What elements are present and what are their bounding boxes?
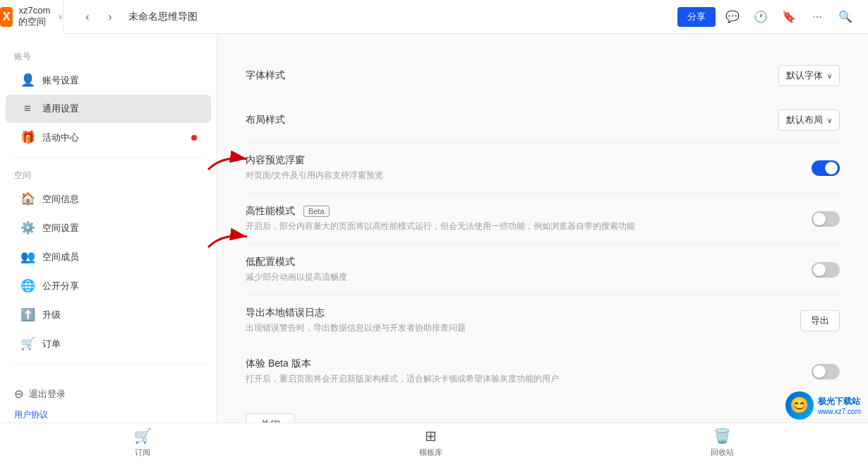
settings-nav-public-share[interactable]: 🌐 公开分享 (6, 271, 211, 300)
toggle-knob-high-perf (813, 213, 826, 225)
space-settings-label: 空间设置 (42, 222, 79, 235)
comment-button[interactable]: 💬 (721, 6, 744, 28)
account-section-title: 账号 (0, 45, 217, 66)
logout-button[interactable]: ⊖ 退出登录 (14, 381, 203, 406)
activity-dot (191, 135, 197, 141)
watermark-site-name: 极光下载站 (818, 396, 861, 408)
layout-style-value: 默认布局 (786, 114, 823, 126)
app-logo: X (0, 7, 13, 27)
back-button[interactable]: ‹ (78, 7, 97, 27)
page-title: 未命名思维导图 (128, 11, 198, 23)
bottom-bar: 🛒 订阅 ⊞ 模板库 🗑️ 回收站 (0, 422, 868, 462)
export-button[interactable]: 导出 (800, 310, 840, 331)
high-perf-toggle[interactable] (812, 211, 840, 227)
high-perf-label: 高性能模式 Beta (246, 205, 812, 218)
beta-version-toggle[interactable] (812, 364, 840, 379)
orders-bottom-icon: 🛒 (134, 427, 152, 444)
more-button[interactable]: ··· (806, 6, 828, 28)
font-style-label: 字体样式 (246, 69, 778, 82)
bookmark-button[interactable]: 🔖 (778, 6, 800, 28)
beta-version-desc: 打开后，重启页面将会开启新版架构模式，适合解决卡顿或希望体验灰度功能的用户 (246, 373, 655, 385)
settings-content: 字体样式 默认字体 ∨ 布局样式 默认布局 ∨ 内容预览浮窗 对页面/文件及引用… (217, 34, 868, 422)
general-label: 通用设置 (42, 102, 79, 115)
settings-modal: 账号 👤 账号设置 ≡ 通用设置 🎁 活动中心 空间 🏠 空间信息 ⚙️ 空间设… (0, 34, 868, 422)
orders-bottom-label: 订阅 (135, 447, 150, 458)
users-icon: 👥 (20, 249, 35, 264)
settings-nav-orders[interactable]: 🛒 订单 (6, 329, 211, 358)
settings-nav-general[interactable]: ≡ 通用设置 (6, 95, 211, 123)
gift-icon: 🎁 (20, 130, 35, 145)
workspace-name[interactable]: xz7com的空间 ∨ (18, 5, 63, 28)
bottom-templates[interactable]: ⊞ 模板库 (411, 425, 451, 461)
top-bar-right: 分享 💬 🕐 🔖 ··· 🔍 (677, 6, 868, 28)
trash-label: 回收站 (711, 447, 734, 458)
share-button[interactable]: 分享 (677, 7, 716, 27)
orders-label: 订单 (42, 338, 61, 350)
beta-version-left: 体验 Beta 版本 打开后，重启页面将会开启新版架构模式，适合解决卡顿或希望体… (246, 357, 812, 385)
templates-icon: ⊞ (425, 427, 437, 444)
account-icon: 👤 (20, 73, 35, 88)
trash-icon: 🗑️ (713, 427, 731, 444)
preview-window-toggle[interactable] (812, 160, 840, 176)
preview-window-label: 内容预览浮窗 (246, 154, 812, 167)
watermark-text-block: 极光下载站 www.xz7.com (818, 396, 861, 415)
toggle-knob-low-config (813, 263, 826, 276)
low-config-toggle[interactable] (812, 262, 840, 278)
user-agreement-link[interactable]: 用户协议 (14, 406, 203, 422)
export-log-label: 导出本地错误日志 (246, 307, 800, 319)
toggle-knob-beta (813, 365, 826, 378)
activity-label: 活动中心 (42, 131, 79, 144)
bottom-orders[interactable]: 🛒 订阅 (126, 425, 160, 461)
upgrade-label: 升级 (42, 309, 61, 321)
globe-icon: 🌐 (20, 278, 35, 293)
templates-label: 模板库 (419, 447, 442, 458)
settings-nav-upgrade[interactable]: ⬆️ 升级 (6, 300, 211, 329)
watermark: 😊 极光下载站 www.xz7.com (785, 391, 861, 420)
close-button[interactable]: 关闭 (246, 413, 295, 422)
history-button[interactable]: 🕐 (749, 6, 772, 28)
export-log-left: 导出本地错误日志 出现错误警告时，导出数据信息以便与开发者协助排查问题 (246, 307, 800, 334)
preview-window-left: 内容预览浮窗 对页面/文件及引用内容支持浮窗预览 (246, 154, 812, 182)
font-style-value: 默认字体 (786, 69, 823, 82)
font-style-left: 字体样式 (246, 69, 778, 82)
forward-button[interactable]: › (100, 7, 120, 27)
low-config-desc: 减少部分动画以提高流畅度 (246, 271, 655, 283)
export-log-desc: 出现错误警告时，导出数据信息以便与开发者协助排查问题 (246, 322, 655, 334)
space-members-label: 空间成员 (42, 251, 79, 263)
settings-divider-1 (11, 158, 205, 158)
settings-nav-account[interactable]: 👤 账号设置 (6, 66, 211, 95)
search-button[interactable]: 🔍 (834, 6, 857, 28)
bottom-trash[interactable]: 🗑️ 回收站 (702, 425, 742, 461)
preview-window-desc: 对页面/文件及引用内容支持浮窗预览 (246, 170, 655, 182)
high-perf-desc: 开启后，部分内容量大的页面将以高性能模式运行，但会无法使用一些功能，例如浏览器自… (246, 220, 655, 232)
top-bar: X xz7com的空间 ∨ ‹ › 未命名思维导图 分享 💬 🕐 🔖 ··· 🔍 (0, 0, 868, 34)
export-log-row: 导出本地错误日志 出现错误警告时，导出数据信息以便与开发者协助排查问题 导出 (246, 295, 840, 346)
watermark-site-url: www.xz7.com (818, 408, 861, 415)
layout-style-left: 布局样式 (246, 114, 778, 126)
layout-style-dropdown[interactable]: 默认布局 ∨ (778, 109, 840, 131)
settings-bottom: ⊖ 退出登录 用户协议 隐私条款 (0, 370, 217, 422)
settings-sidebar: 账号 👤 账号设置 ≡ 通用设置 🎁 活动中心 空间 🏠 空间信息 ⚙️ 空间设… (0, 34, 217, 422)
nav-arrows: ‹ › (78, 7, 120, 27)
cart-icon: 🛒 (20, 336, 35, 351)
settings-nav-space-settings[interactable]: ⚙️ 空间设置 (6, 213, 211, 242)
upgrade-icon: ⬆️ (20, 307, 35, 322)
logout-label: 退出登录 (29, 388, 66, 401)
layout-style-row: 布局样式 默认布局 ∨ (246, 98, 840, 143)
beta-version-label: 体验 Beta 版本 (246, 357, 812, 370)
settings-nav-space-info[interactable]: 🏠 空间信息 (6, 184, 211, 213)
font-dropdown-chevron-icon: ∨ (827, 72, 832, 80)
account-label: 账号设置 (42, 74, 79, 87)
space-section-title: 空间 (0, 164, 217, 184)
workspace-chevron-icon: ∨ (58, 13, 63, 20)
low-config-label: 低配置模式 (246, 256, 812, 268)
settings-nav-space-members[interactable]: 👥 空间成员 (6, 242, 211, 271)
space-info-label: 空间信息 (42, 193, 79, 206)
settings-nav-activity[interactable]: 🎁 活动中心 (6, 123, 211, 152)
font-style-dropdown[interactable]: 默认字体 ∨ (778, 65, 840, 86)
logout-icon: ⊖ (14, 387, 23, 401)
beta-version-row: 体验 Beta 版本 打开后，重启页面将会开启新版架构模式，适合解决卡顿或希望体… (246, 346, 840, 396)
layout-dropdown-chevron-icon: ∨ (827, 117, 832, 124)
high-perf-left: 高性能模式 Beta 开启后，部分内容量大的页面将以高性能模式运行，但会无法使用… (246, 205, 812, 232)
smiley-icon: 😊 (790, 396, 809, 415)
